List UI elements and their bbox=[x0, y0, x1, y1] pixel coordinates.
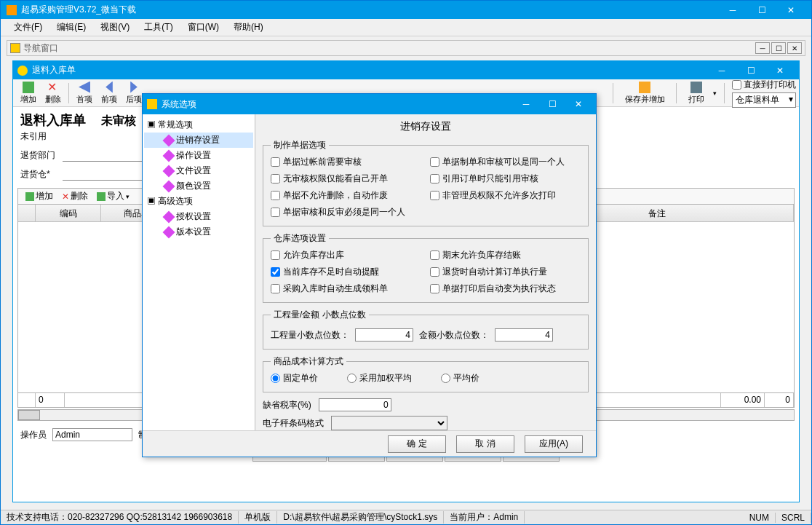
tb-first-button[interactable]: 首项 bbox=[73, 80, 96, 106]
grid-del-button[interactable]: ✕删除 bbox=[57, 190, 92, 202]
return-max-button[interactable]: ☐ bbox=[736, 61, 765, 79]
return-icon bbox=[17, 66, 28, 76]
tree-group-advanced[interactable]: ▣ 高级选项 bbox=[144, 194, 253, 209]
print-template-combo[interactable]: 仓库退料单 bbox=[732, 92, 796, 108]
nav-min-button[interactable]: ─ bbox=[755, 42, 770, 54]
chk-neg-out[interactable]: 允许负库存出库 bbox=[271, 249, 421, 261]
chk-return-exec[interactable]: 退货时自动计算订单执行量 bbox=[430, 266, 581, 278]
direct-printer-checkbox[interactable]: 直接到打印机 bbox=[732, 79, 796, 91]
chk-same-person[interactable]: 单据制单和审核可以是同一个人 bbox=[430, 156, 581, 168]
barcode-combo[interactable] bbox=[331, 416, 447, 430]
tree-item-operation[interactable]: 操作设置 bbox=[144, 148, 253, 163]
status-scrl: SCRL bbox=[776, 513, 811, 523]
fieldset-cost: 商品成本计算方式 固定单价 采用加权平均 平均价 bbox=[263, 355, 589, 392]
menu-help[interactable]: 帮助(H) bbox=[226, 20, 271, 35]
close-button[interactable]: ✕ bbox=[776, 1, 805, 19]
dialog-close-button[interactable]: ✕ bbox=[565, 99, 592, 109]
amt-decimal-label: 金额小数点位数： bbox=[419, 329, 489, 342]
col-code[interactable]: 编码 bbox=[36, 205, 101, 221]
qty-decimal-label: 工程量小数点位数： bbox=[271, 329, 349, 342]
dialog-min-button[interactable]: ─ bbox=[513, 99, 539, 109]
return-title: 退料入库单 bbox=[32, 64, 707, 76]
fieldset-decimal: 工程量/金额 小数点位数 工程量小数点位数： 金额小数点位数： bbox=[263, 309, 589, 350]
cancel-button[interactable]: 取 消 bbox=[456, 435, 514, 453]
menu-view[interactable]: 视图(V) bbox=[93, 20, 137, 35]
grid-import-button[interactable]: 导入▾ bbox=[92, 190, 134, 202]
doc-title: 退料入库单 bbox=[20, 111, 86, 129]
chk-gen-picklist[interactable]: 采购入库时自动生成领料单 bbox=[271, 283, 421, 295]
system-options-dialog: 系统选项 ─ ☐ ✕ ▣ 常规选项 进销存设置 操作设置 文件设置 颜色设置 ▣… bbox=[142, 93, 597, 457]
tree-item-version[interactable]: 版本设置 bbox=[144, 224, 253, 240]
qty-decimal-input[interactable] bbox=[355, 328, 413, 342]
statusbar: 技术支持电话：020-82327296 QQ:52813142 19669036… bbox=[1, 510, 811, 524]
main-title: 超易采购管理V3.72_微当下载 bbox=[21, 4, 718, 16]
chk-no-delete[interactable]: 单据不允许删除，自动作废 bbox=[271, 189, 421, 202]
menu-tools[interactable]: 工具(T) bbox=[137, 20, 180, 35]
tb-prev-button[interactable]: 前项 bbox=[97, 80, 121, 106]
panel-title: 进销存设置 bbox=[263, 117, 589, 139]
return-titlebar: 退料入库单 ─ ☐ ✕ bbox=[13, 61, 799, 79]
tb-print-button[interactable]: 打印 bbox=[685, 80, 708, 106]
chk-reaudit-same[interactable]: 单据审核和反审必须是同一个人 bbox=[271, 206, 421, 218]
legend-warehouse: 仓库选项设置 bbox=[271, 232, 329, 245]
amt-decimal-input[interactable] bbox=[495, 328, 553, 342]
status-path: D:\超易软件\超易采购管理\cyStock1.sys bbox=[277, 511, 444, 524]
dialog-icon bbox=[147, 99, 157, 109]
main-titlebar: 超易采购管理V3.72_微当下载 ─ ☐ ✕ bbox=[1, 1, 811, 19]
radio-weighted[interactable]: 采用加权平均 bbox=[347, 372, 412, 384]
return-close-button[interactable]: ✕ bbox=[765, 61, 795, 79]
menu-file[interactable]: 文件(F) bbox=[7, 20, 49, 35]
tree-item-auth[interactable]: 授权设置 bbox=[144, 209, 253, 224]
dialog-title: 系统选项 bbox=[162, 98, 513, 111]
return-dept-label: 退货部门 bbox=[20, 149, 58, 162]
in-store-label: 进货仓* bbox=[20, 168, 58, 181]
tree-item-stock[interactable]: 进销存设置 bbox=[144, 133, 253, 148]
radio-fixed[interactable]: 固定单价 bbox=[271, 372, 318, 384]
tb-save-add-button[interactable]: 保存并增加 bbox=[621, 80, 668, 106]
tax-input[interactable] bbox=[319, 398, 391, 411]
chk-neg-close[interactable]: 期末允许负库存结账 bbox=[430, 249, 581, 261]
app-icon bbox=[7, 5, 17, 15]
options-tree: ▣ 常规选项 进销存设置 操作设置 文件设置 颜色设置 ▣ 高级选项 授权设置 … bbox=[143, 114, 255, 430]
summary-left-count: 0 bbox=[36, 393, 65, 407]
legend-cost: 商品成本计算方式 bbox=[271, 355, 346, 368]
maximize-button[interactable]: ☐ bbox=[747, 1, 776, 19]
menu-edit[interactable]: 编辑(E) bbox=[49, 20, 93, 35]
tree-item-file[interactable]: 文件设置 bbox=[144, 163, 253, 178]
chk-multi-print[interactable]: 非管理员权限不允许多次打印 bbox=[430, 189, 581, 202]
tb-delete-button[interactable]: ✕删除 bbox=[41, 80, 65, 106]
return-dept-input[interactable] bbox=[63, 149, 150, 162]
menubar: 文件(F) 编辑(E) 视图(V) 工具(T) 窗口(W) 帮助(H) bbox=[1, 19, 811, 36]
nav-window-bar: 导航窗口 ─ ☐ ✕ bbox=[7, 40, 805, 56]
nav-max-button[interactable]: ☐ bbox=[771, 42, 786, 54]
chk-order-audit-only[interactable]: 引用订单时只能引用审核 bbox=[430, 173, 581, 185]
tree-item-color[interactable]: 颜色设置 bbox=[144, 178, 253, 194]
tb-add-button[interactable]: 增加 bbox=[17, 80, 40, 106]
in-store-input[interactable] bbox=[63, 167, 150, 181]
main-window-controls: ─ ☐ ✕ bbox=[718, 1, 805, 19]
operator-input[interactable] bbox=[52, 428, 132, 441]
nav-icon bbox=[10, 43, 20, 53]
chk-print-exec[interactable]: 单据打印后自动变为执行状态 bbox=[430, 283, 581, 295]
return-min-button[interactable]: ─ bbox=[707, 61, 736, 79]
chk-low-stock-alert[interactable]: 当前库存不足时自动提醒 bbox=[271, 266, 421, 278]
tax-label: 缺省税率(%) bbox=[263, 399, 311, 411]
radio-average[interactable]: 平均价 bbox=[441, 372, 479, 384]
tree-group-general[interactable]: ▣ 常规选项 bbox=[144, 117, 253, 133]
minimize-button[interactable]: ─ bbox=[718, 1, 747, 19]
legend-doc: 制作单据选项 bbox=[271, 139, 329, 151]
nav-close-button[interactable]: ✕ bbox=[787, 42, 802, 54]
ok-button[interactable]: 确 定 bbox=[388, 435, 446, 453]
menu-window[interactable]: 窗口(W) bbox=[180, 20, 226, 35]
chk-need-audit[interactable]: 单据过帐前需要审核 bbox=[271, 156, 421, 168]
barcode-label: 电子秤条码格式 bbox=[263, 417, 324, 430]
dialog-max-button[interactable]: ☐ bbox=[539, 99, 565, 109]
chk-no-audit-own[interactable]: 无审核权限仅能看自己开单 bbox=[271, 173, 421, 185]
fieldset-warehouse: 仓库选项设置 允许负库存出库 期末允许负库存结账 当前库存不足时自动提醒 退货时… bbox=[263, 232, 589, 303]
grid-add-button[interactable]: 增加 bbox=[21, 190, 57, 202]
operator-label: 操作员 bbox=[20, 429, 47, 441]
nav-title: 导航窗口 bbox=[23, 42, 755, 55]
dialog-titlebar: 系统选项 ─ ☐ ✕ bbox=[143, 94, 596, 114]
apply-button[interactable]: 应用(A) bbox=[525, 435, 583, 453]
legend-decimal: 工程量/金额 小数点位数 bbox=[271, 309, 369, 321]
